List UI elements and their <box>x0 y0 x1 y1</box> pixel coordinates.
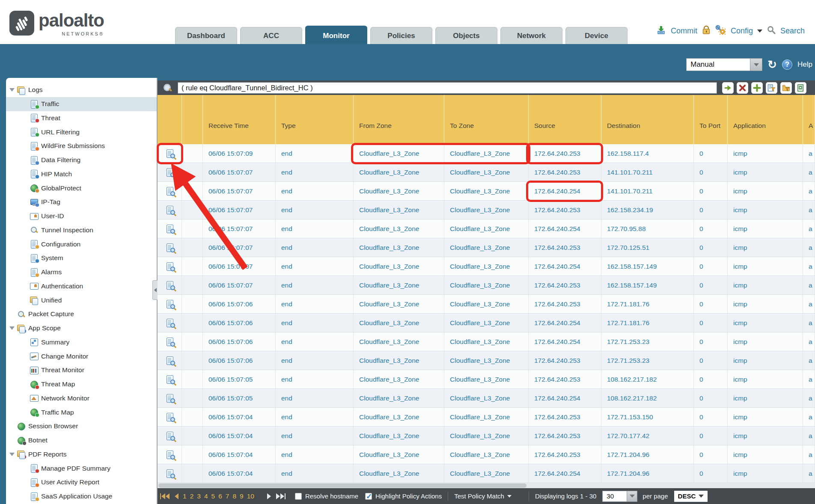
page-9[interactable]: 9 <box>240 492 244 500</box>
log-detail-icon[interactable] <box>166 469 174 477</box>
sidebar-item-alarms[interactable]: Alarms <box>6 265 157 279</box>
log-row[interactable]: 06/06 15:07:05endCloudflare_L3_ZoneCloud… <box>158 389 815 408</box>
col-source[interactable]: Source <box>529 95 601 144</box>
first-page-button[interactable] <box>160 493 170 499</box>
sidebar-item-data-filtering[interactable]: Data Filtering <box>6 153 157 167</box>
tab-acc[interactable]: ACC <box>240 27 302 44</box>
help-icon[interactable]: ? <box>782 59 792 70</box>
page-2[interactable]: 2 <box>190 492 194 500</box>
search-icon[interactable] <box>767 25 776 37</box>
sidebar-item-user-activity-report[interactable]: User Activity Report <box>6 475 157 489</box>
col-type[interactable]: Type <box>276 95 354 144</box>
log-row[interactable]: 06/06 15:07:04endCloudflare_L3_ZoneCloud… <box>158 427 815 445</box>
col-application[interactable]: Application <box>728 95 803 144</box>
page-size-select[interactable]: 30 <box>602 491 627 502</box>
log-detail-icon[interactable] <box>166 356 174 365</box>
export-icon[interactable] <box>795 82 806 94</box>
log-row[interactable]: 06/06 15:07:07endCloudflare_L3_ZoneCloud… <box>158 182 815 201</box>
col-to-port[interactable]: To Port <box>694 95 728 144</box>
last-page-button[interactable] <box>276 493 286 499</box>
log-detail-icon[interactable] <box>166 243 174 252</box>
sidebar-item-traffic-map[interactable]: Traffic Map <box>6 405 157 419</box>
next-page-button[interactable] <box>267 493 271 499</box>
apply-filter-icon[interactable] <box>722 82 734 94</box>
page-1[interactable]: 1 <box>183 492 187 500</box>
sidebar-item-packet-capture[interactable]: Packet Capture <box>6 307 157 321</box>
tab-monitor[interactable]: Monitor <box>305 26 367 46</box>
search-button[interactable]: Search <box>780 27 805 36</box>
filter-query-input[interactable] <box>178 82 717 94</box>
log-detail-icon[interactable] <box>166 432 174 440</box>
log-detail-icon[interactable] <box>166 149 174 157</box>
log-detail-icon[interactable] <box>166 319 174 327</box>
sidebar-item-manage-pdf-summary[interactable]: Manage PDF Summary <box>6 461 157 475</box>
horizontal-scrollbar-thumb[interactable] <box>158 483 526 488</box>
log-row[interactable]: 06/06 15:07:06endCloudflare_L3_ZoneCloud… <box>158 351 815 370</box>
edit-filter-icon[interactable] <box>766 82 777 94</box>
log-row[interactable]: 06/06 15:07:07endCloudflare_L3_ZoneCloud… <box>158 201 815 219</box>
page-size-caret[interactable] <box>627 491 637 502</box>
col-a[interactable]: A <box>803 95 815 144</box>
log-row[interactable]: 06/06 15:07:07endCloudflare_L3_ZoneCloud… <box>158 257 815 276</box>
clear-filter-icon[interactable] <box>737 82 748 94</box>
sidebar-item-authentication[interactable]: Authentication <box>6 279 157 294</box>
sidebar-item-configuration[interactable]: Configuration <box>6 237 157 251</box>
sidebar-item-traffic[interactable]: Traffic <box>6 97 157 111</box>
sidebar-item-user-id[interactable]: User-ID <box>6 209 157 223</box>
expander-icon[interactable] <box>9 326 15 330</box>
refresh-interval-caret[interactable] <box>750 58 762 71</box>
log-detail-icon[interactable] <box>166 168 174 176</box>
log-detail-icon[interactable] <box>166 281 174 289</box>
sidebar-item-url-filtering[interactable]: URL Filtering <box>6 125 157 139</box>
refresh-interval-select[interactable]: Manual <box>686 58 750 71</box>
tab-device[interactable]: Device <box>565 27 628 44</box>
log-row[interactable]: 06/06 15:07:06endCloudflare_L3_ZoneCloud… <box>158 295 815 314</box>
log-detail-icon[interactable] <box>166 262 174 270</box>
sidebar-item-logs[interactable]: Logs <box>6 83 157 97</box>
log-detail-icon[interactable] <box>166 300 174 308</box>
commit-icon[interactable] <box>656 25 666 37</box>
page-6[interactable]: 6 <box>218 492 222 500</box>
log-row[interactable]: 06/06 15:07:04endCloudflare_L3_ZoneCloud… <box>158 464 815 483</box>
sidebar-item-tunnel-inspection[interactable]: Tunnel Inspection <box>6 223 157 237</box>
log-row[interactable]: 06/06 15:07:07endCloudflare_L3_ZoneCloud… <box>158 238 815 257</box>
sort-order-button[interactable]: DESC <box>674 491 708 502</box>
sidebar-item-globalprotect[interactable]: GlobalProtect <box>6 181 157 195</box>
test-policy-match-button[interactable]: Test Policy Match <box>454 492 504 500</box>
log-row[interactable]: 06/06 15:07:09endCloudflare_L3_ZoneCloud… <box>158 144 815 163</box>
log-detail-icon[interactable] <box>166 338 174 346</box>
log-detail-icon[interactable] <box>166 375 174 383</box>
prev-page-button[interactable] <box>175 493 178 499</box>
log-detail-icon[interactable] <box>166 413 174 421</box>
config-button[interactable]: Config <box>731 27 753 36</box>
log-row[interactable]: 06/06 15:07:04endCloudflare_L3_ZoneCloud… <box>158 445 815 464</box>
sidebar-item-change-monitor[interactable]: Change Monitor <box>6 349 157 363</box>
tab-policies[interactable]: Policies <box>370 27 432 44</box>
commit-button[interactable]: Commit <box>671 27 697 36</box>
log-detail-icon[interactable] <box>166 451 174 459</box>
refresh-icon[interactable]: ↻ <box>767 59 777 70</box>
page-7[interactable]: 7 <box>226 492 229 500</box>
tab-dashboard[interactable]: Dashboard <box>175 27 237 44</box>
log-row[interactable]: 06/06 15:07:07endCloudflare_L3_ZoneCloud… <box>158 219 815 238</box>
expander-icon[interactable] <box>9 88 15 92</box>
sidebar-item-app-scope[interactable]: App Scope <box>6 321 157 335</box>
help-label[interactable]: Help <box>797 60 812 69</box>
col-blank[interactable] <box>182 95 203 144</box>
sidebar-item-session-browser[interactable]: Session Browser <box>6 419 157 433</box>
log-detail-icon[interactable] <box>166 394 174 402</box>
log-detail-icon[interactable] <box>166 225 174 233</box>
sidebar-item-summary[interactable]: Summary <box>6 335 157 350</box>
log-row[interactable]: 06/06 15:07:07endCloudflare_L3_ZoneCloud… <box>158 163 815 182</box>
saved-filters-icon[interactable] <box>780 82 792 94</box>
test-policy-match-caret-icon[interactable] <box>507 495 512 498</box>
col-receive-time[interactable]: Receive Time <box>203 95 276 144</box>
log-row[interactable]: 06/06 15:07:06endCloudflare_L3_ZoneCloud… <box>158 314 815 332</box>
sidebar-item-network-monitor[interactable]: Network Monitor <box>6 391 157 406</box>
col-blank[interactable] <box>158 95 182 144</box>
col-from-zone[interactable]: From Zone <box>354 95 444 144</box>
sidebar-item-system[interactable]: System <box>6 251 157 265</box>
lock-icon[interactable] <box>702 25 711 37</box>
sidebar-item-pdf-reports[interactable]: PDF Reports <box>6 448 157 462</box>
add-filter-icon[interactable] <box>751 82 763 94</box>
